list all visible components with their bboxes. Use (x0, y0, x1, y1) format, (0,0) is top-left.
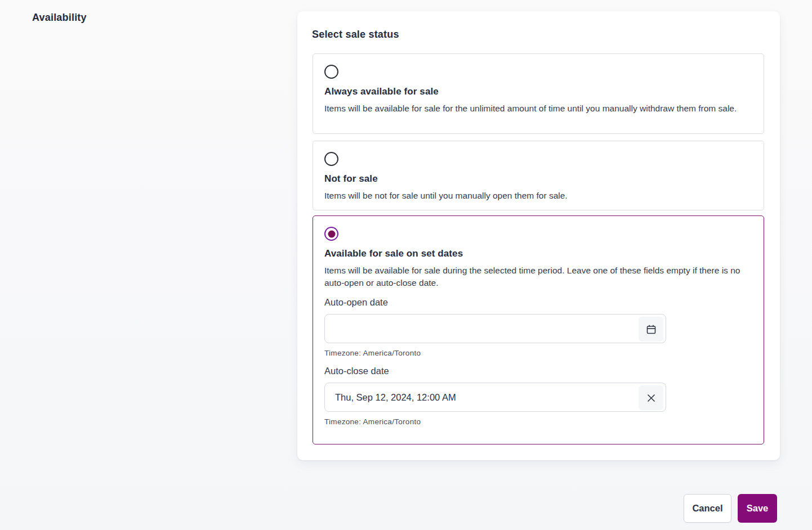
option-description: Items will be available for sale for the… (324, 102, 752, 115)
clear-date-button[interactable] (639, 385, 663, 410)
auto-open-date-field (324, 314, 666, 343)
panel-title: Select sale status (312, 29, 399, 41)
sale-status-panel: Select sale status Always available for … (297, 11, 780, 460)
option-description: Items will be not for sale until you man… (324, 190, 752, 202)
cancel-button[interactable]: Cancel (684, 494, 731, 523)
availability-settings-page: Availability Select sale status Always a… (0, 0, 812, 530)
save-button[interactable]: Save (738, 494, 777, 523)
option-available-on-set-dates[interactable]: Available for sale on set dates Items wi… (313, 215, 764, 444)
option-description: Items will be available for sale during … (324, 264, 752, 289)
option-title: Available for sale on set dates (324, 248, 752, 259)
auto-close-date-label: Auto-close date (324, 366, 752, 376)
calendar-icon (646, 324, 657, 335)
auto-open-date-input[interactable] (325, 315, 666, 343)
option-not-for-sale[interactable]: Not for sale Items will be not for sale … (313, 141, 764, 210)
option-always-available[interactable]: Always available for sale Items will be … (313, 53, 764, 134)
radio-selected-icon[interactable] (324, 227, 338, 241)
auto-close-timezone-note: Timezone: America/Toronto (324, 417, 752, 426)
radio-unselected-icon[interactable] (324, 152, 338, 166)
calendar-button[interactable] (639, 317, 663, 342)
option-title: Always available for sale (324, 86, 752, 97)
auto-open-timezone-note: Timezone: America/Toronto (324, 349, 752, 357)
auto-close-date-field (324, 383, 666, 412)
auto-open-date-label: Auto-open date (324, 297, 752, 308)
clear-icon (646, 393, 656, 403)
option-title: Not for sale (324, 173, 752, 185)
auto-close-date-input[interactable] (325, 383, 666, 411)
radio-unselected-icon[interactable] (324, 65, 338, 79)
page-title: Availability (32, 12, 87, 24)
